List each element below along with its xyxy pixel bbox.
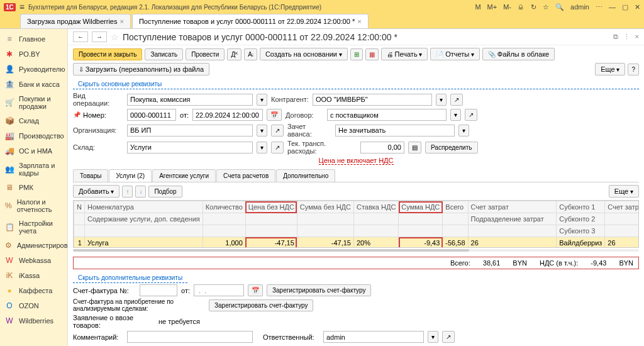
sf-priob-button[interactable]: Зарегистрировать счет-фактуру <box>209 299 313 311</box>
row-up-icon[interactable]: ↑ <box>122 186 133 198</box>
close-icon[interactable]: ✕ <box>635 3 640 11</box>
date-input[interactable] <box>192 109 263 121</box>
sidebar-item[interactable]: 🚚ОС и НМА <box>0 143 67 159</box>
sidebar-item[interactable]: 🛒Покупки и продажи <box>0 92 67 113</box>
sidebar-item[interactable]: WWebkassa <box>0 253 67 268</box>
org-dd-icon[interactable]: ▾ <box>257 125 267 137</box>
calc-icon[interactable]: ▤ <box>408 142 421 153</box>
org-input[interactable] <box>127 125 253 137</box>
at-icon[interactable]: Аᵢ <box>244 48 257 60</box>
col-header[interactable]: Номенклатура <box>84 201 203 213</box>
price-note-link[interactable]: Цена не включает НДС <box>319 157 394 165</box>
detach-icon[interactable]: ⧉ <box>613 33 618 41</box>
dog-input[interactable] <box>327 109 447 121</box>
sidebar-item[interactable]: %Налоги и отчетность <box>0 195 67 216</box>
user-label[interactable]: admin <box>570 3 589 11</box>
doc-tab[interactable]: Дополнительно <box>276 169 335 182</box>
kontr-dd-icon[interactable]: ▾ <box>436 94 447 106</box>
table-row[interactable]: 1Услуга1,000-47,15-47,1520%-9,43-56,5826… <box>74 237 640 248</box>
sidebar-item[interactable]: 🖥РМК <box>0 180 67 195</box>
raspr-button[interactable]: Распределить <box>425 142 478 153</box>
sidebar-item[interactable]: ✱PO.BY <box>0 47 67 62</box>
sidebar-item[interactable]: ●Каффеста <box>0 283 67 298</box>
select-button[interactable]: Подбор <box>148 186 182 198</box>
close-doc-icon[interactable]: × <box>635 33 639 41</box>
nav-back-icon[interactable]: ← <box>73 31 88 42</box>
sidebar-item[interactable]: 🏦Банк и касса <box>0 77 67 92</box>
window-tab-wb[interactable]: Загрузка продаж Wildberries × <box>20 14 131 28</box>
sf-date-input[interactable] <box>194 284 244 296</box>
hide-extra-link[interactable]: Скрыть дополнительные реквизиты <box>73 273 187 283</box>
sklad-open-icon[interactable]: ↗ <box>271 142 284 153</box>
vid-dd-icon[interactable]: ▾ <box>257 94 267 106</box>
sf-num-input[interactable] <box>140 284 177 296</box>
sidebar-item[interactable]: 📦Склад <box>0 113 67 128</box>
write-button[interactable]: Записать <box>145 48 183 60</box>
bell-icon[interactable]: 🕭 <box>518 3 525 11</box>
otv-open-icon[interactable]: ↗ <box>442 331 455 343</box>
col-header[interactable]: Ставка НДС <box>353 201 398 213</box>
star-icon[interactable]: ☆ <box>543 3 549 11</box>
vid-input[interactable] <box>127 94 253 106</box>
cloud-files-button[interactable]: 📎 Файлы в облаке <box>482 48 555 60</box>
zach-dd-icon[interactable]: ▾ <box>458 125 469 137</box>
help-icon[interactable]: ? <box>628 64 639 75</box>
col-header[interactable]: Всего <box>443 201 468 213</box>
dk-icon[interactable]: Дᴷ <box>227 48 242 60</box>
sklad-input[interactable] <box>127 142 253 153</box>
kom-input[interactable] <box>127 331 253 343</box>
col-header[interactable]: Счет затрат (НУ) <box>605 201 639 213</box>
col-header[interactable]: Цена без НДС <box>245 201 297 213</box>
mem-mplus[interactable]: M+ <box>487 3 497 11</box>
org-open-icon[interactable]: ↗ <box>271 125 284 137</box>
options-icon[interactable]: ⋮ <box>623 33 630 41</box>
image-icon[interactable]: ▦ <box>365 48 379 60</box>
fav-star-icon[interactable]: ☆ <box>111 32 119 42</box>
col-header[interactable]: Счет затрат <box>468 201 557 213</box>
excel-icon[interactable]: ⊞ <box>350 48 363 60</box>
sidebar-item[interactable]: 👤Руководителю <box>0 62 67 77</box>
zach-input[interactable] <box>335 125 455 137</box>
otv-input[interactable] <box>323 331 424 343</box>
sidebar-item[interactable]: WWildberries <box>0 313 67 328</box>
print-button[interactable]: 🖨 Печать ▾ <box>381 48 428 60</box>
col-header[interactable]: Количество <box>203 201 245 213</box>
table-scrollbar[interactable] <box>73 249 639 252</box>
otv-dd-icon[interactable]: ▾ <box>428 331 438 343</box>
sidebar-item[interactable]: OOZON <box>0 298 67 313</box>
hide-main-link[interactable]: Скрыть основные реквизиты <box>73 79 639 89</box>
history-icon[interactable]: ↻ <box>531 3 536 11</box>
tab-close-icon[interactable]: × <box>357 18 361 25</box>
doc-tab[interactable]: Товары <box>73 169 108 182</box>
num-input[interactable] <box>127 109 176 121</box>
sidebar-item[interactable]: 📋Настройки учета <box>0 216 67 238</box>
sidebar-item[interactable]: iKiKassa <box>0 268 67 283</box>
maximize-icon[interactable]: ▢ <box>622 3 628 11</box>
col-header[interactable]: Субконто 1 <box>557 201 605 213</box>
reports-button[interactable]: 📄 Отчеты ▾ <box>430 48 480 60</box>
post-button[interactable]: Провести <box>186 48 225 60</box>
col-header[interactable]: N <box>74 201 85 213</box>
dog-dd-icon[interactable]: ▾ <box>450 109 461 121</box>
create-based-button[interactable]: Создать на основании ▾ <box>260 48 348 60</box>
window-tab-doc[interactable]: Поступление товаров и услуг 0000-000111 … <box>132 14 369 28</box>
more-button[interactable]: Еще ▾ <box>595 63 625 75</box>
doc-tab[interactable]: Услуги (2) <box>109 169 152 182</box>
tab-close-icon[interactable]: × <box>119 18 123 25</box>
tab-more-button[interactable]: Еще ▾ <box>609 185 639 198</box>
sidebar-item[interactable]: 🏭Производство <box>0 128 67 143</box>
kontr-open-icon[interactable]: ↗ <box>450 94 463 106</box>
add-row-button[interactable]: Добавить ▾ <box>73 185 119 198</box>
sf-reg-button[interactable]: Зарегистрировать счет-фактуру <box>267 284 371 296</box>
kontr-input[interactable] <box>313 94 432 106</box>
sf-cal-icon[interactable]: 📅 <box>248 284 263 296</box>
menu-icon[interactable]: ≡ <box>19 2 25 12</box>
calendar-icon[interactable]: 📅 <box>267 109 282 121</box>
search-icon[interactable]: 🔍 <box>555 3 564 11</box>
col-header[interactable]: Сумма без НДС <box>297 201 353 213</box>
row-down-icon[interactable]: ↓ <box>135 186 146 198</box>
nav-fwd-icon[interactable]: → <box>92 31 107 42</box>
mem-m[interactable]: M <box>475 3 480 11</box>
sidebar-item[interactable]: ⚙Администрирование <box>0 238 67 253</box>
sidebar-item[interactable]: 👥Зарплата и кадры <box>0 159 67 180</box>
